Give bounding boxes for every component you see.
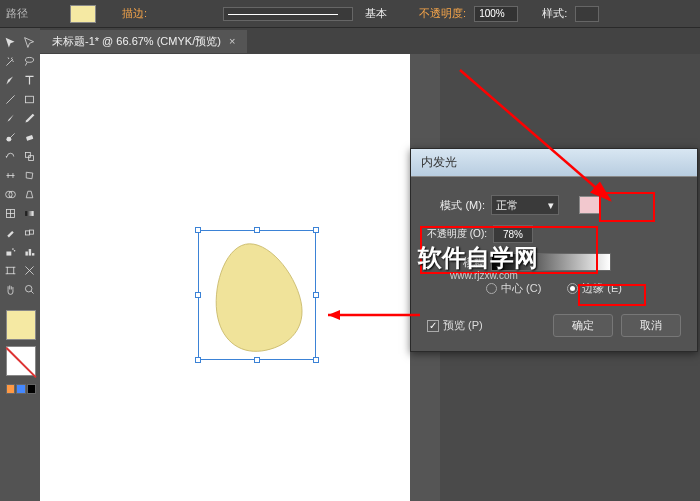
eyedropper-tool[interactable] [2, 224, 19, 241]
inner-glow-dialog: 内发光 模式 (M): 正常 ▾ 不透明度 (O): 78% 模糊 中心 (C) [410, 148, 698, 352]
symbol-sprayer-tool[interactable] [2, 243, 19, 260]
resize-handle[interactable] [254, 357, 260, 363]
resize-handle[interactable] [313, 227, 319, 233]
svg-rect-15 [25, 252, 27, 256]
basic-label: 基本 [365, 6, 387, 21]
close-icon[interactable]: × [229, 35, 235, 47]
magic-wand-tool[interactable] [2, 53, 19, 70]
opacity-label: 不透明度: [419, 6, 466, 21]
paintbrush-tool[interactable] [2, 110, 19, 127]
mini-swatch[interactable] [27, 384, 36, 394]
perspective-tool[interactable] [21, 186, 38, 203]
left-panel-label: 路径 [6, 6, 28, 21]
stroke-preview[interactable] [223, 7, 353, 21]
resize-handle[interactable] [195, 227, 201, 233]
svg-point-0 [25, 57, 33, 62]
blob-brush-tool[interactable] [2, 129, 19, 146]
checkbox-icon: ✓ [427, 320, 439, 332]
radio-icon [567, 283, 578, 294]
fill-swatch[interactable] [6, 310, 36, 340]
rotate-tool[interactable] [2, 148, 19, 165]
edge-radio[interactable]: 边缘 (E) [567, 281, 622, 296]
center-radio[interactable]: 中心 (C) [486, 281, 541, 296]
options-bar: 路径 描边: 基本 不透明度: 100% 样式: [0, 0, 700, 28]
zoom-tool[interactable] [21, 281, 38, 298]
style-label: 样式: [542, 6, 567, 21]
eraser-tool[interactable] [21, 129, 38, 146]
pen-tool[interactable] [2, 72, 19, 89]
svg-rect-12 [6, 252, 11, 256]
slice-tool[interactable] [21, 262, 38, 279]
opacity-value[interactable]: 78% [493, 225, 533, 243]
svg-rect-4 [25, 152, 30, 157]
type-tool[interactable] [21, 72, 38, 89]
shape-builder-tool[interactable] [2, 186, 19, 203]
selection-bounding-box [198, 230, 316, 360]
width-tool[interactable] [2, 167, 19, 184]
artboard-tool[interactable] [2, 262, 19, 279]
direct-selection-tool[interactable] [21, 34, 38, 51]
column-graph-tool[interactable] [21, 243, 38, 260]
dialog-title: 内发光 [411, 149, 697, 177]
hand-tool[interactable] [2, 281, 19, 298]
svg-point-19 [25, 285, 32, 292]
free-transform-tool[interactable] [21, 167, 38, 184]
document-tab[interactable]: 未标题-1* @ 66.67% (CMYK/预览) × [40, 30, 247, 53]
tab-title: 未标题-1* @ 66.67% (CMYK/预览) [52, 34, 221, 49]
document-tabs: 未标题-1* @ 66.67% (CMYK/预览) × [40, 28, 700, 54]
ok-button[interactable]: 确定 [553, 314, 613, 337]
style-dropdown[interactable] [575, 6, 599, 22]
radio-icon [486, 283, 497, 294]
glow-color-swatch[interactable] [579, 196, 601, 214]
line-tool[interactable] [2, 91, 19, 108]
blur-label: 模糊 [427, 255, 485, 270]
opacity-input[interactable]: 100% [474, 6, 518, 22]
stroke-label: 描边: [122, 6, 147, 21]
opacity-slider[interactable] [491, 253, 611, 271]
mode-dropdown[interactable]: 正常 ▾ [491, 195, 559, 215]
resize-handle[interactable] [254, 227, 260, 233]
mini-swatch[interactable] [16, 384, 25, 394]
mini-swatch[interactable] [6, 384, 15, 394]
mode-label: 模式 (M): [427, 198, 485, 213]
svg-rect-3 [26, 135, 33, 141]
fill-color-chip[interactable] [70, 5, 96, 23]
tools-panel [0, 28, 40, 501]
blend-tool[interactable] [21, 224, 38, 241]
svg-rect-11 [30, 230, 34, 234]
svg-rect-10 [25, 231, 29, 235]
resize-handle[interactable] [313, 292, 319, 298]
svg-rect-9 [25, 211, 33, 216]
svg-rect-1 [25, 96, 33, 103]
selection-tool[interactable] [2, 34, 19, 51]
rectangle-tool[interactable] [21, 91, 38, 108]
lasso-tool[interactable] [21, 53, 38, 70]
mesh-tool[interactable] [2, 205, 19, 222]
resize-handle[interactable] [195, 292, 201, 298]
resize-handle[interactable] [195, 357, 201, 363]
chevron-down-icon: ▾ [548, 199, 554, 212]
scale-tool[interactable] [21, 148, 38, 165]
opacity-label: 不透明度 (O): [427, 227, 487, 241]
pencil-tool[interactable] [21, 110, 38, 127]
svg-rect-5 [29, 156, 34, 161]
preview-checkbox[interactable]: ✓ 预览 (P) [427, 318, 483, 333]
svg-point-13 [12, 248, 14, 250]
svg-point-14 [14, 250, 16, 252]
svg-rect-16 [29, 249, 31, 256]
resize-handle[interactable] [313, 357, 319, 363]
cancel-button[interactable]: 取消 [621, 314, 681, 337]
stroke-swatch-none[interactable] [6, 346, 36, 376]
svg-rect-18 [7, 267, 14, 274]
svg-rect-17 [32, 253, 34, 255]
gradient-tool[interactable] [21, 205, 38, 222]
